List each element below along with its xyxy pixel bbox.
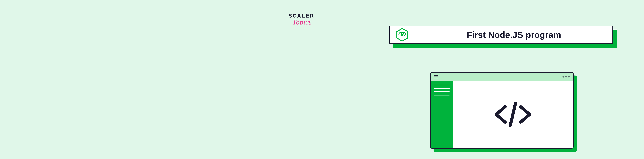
editor-sidebar: [431, 81, 453, 148]
title-card: JS First Node.JS program: [389, 26, 617, 48]
title-box: JS First Node.JS program: [389, 26, 613, 44]
logo-line-2: Topics: [292, 18, 314, 26]
window-dots-icon: [562, 76, 570, 78]
editor-main: [453, 81, 573, 148]
editor-body: [431, 81, 573, 148]
menu-icon: [434, 75, 438, 78]
title-text: First Node.JS program: [416, 30, 612, 40]
editor-illustration: [430, 72, 577, 152]
code-icon: [490, 98, 536, 131]
editor-topbar: [431, 73, 573, 81]
svg-text:JS: JS: [400, 32, 405, 37]
scaler-topics-logo: SCALER Topics: [288, 13, 314, 26]
nodejs-icon: JS: [390, 26, 416, 43]
editor-window: [430, 72, 574, 149]
